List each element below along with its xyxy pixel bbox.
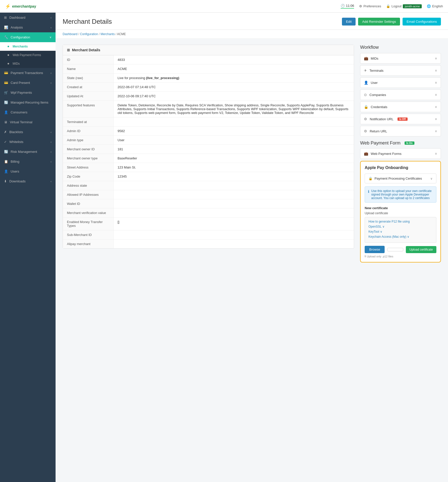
workflow-item-return-url[interactable]: ⚙ Return URL ∨ [360, 126, 441, 136]
lock-icon: 🔒 [386, 4, 390, 8]
sidebar-item-users[interactable]: 👤Users [0, 166, 56, 176]
language-link[interactable]: 🌐 English [427, 4, 443, 8]
table-row: Created at 2022-06-07 07:14:48 UTC [63, 83, 354, 92]
table-row: Merchant owner type BaseReseller [63, 154, 354, 163]
wpf-section: Web Payment Form Is On 💼 Web Payment For… [360, 140, 441, 159]
main-layout: ⊞Dashboard ‹ 📊Analysis ‹ 🔧Configuration … [0, 13, 448, 482]
sidebar-item-wpf-payments[interactable]: 🛒Wpf Payments [0, 88, 56, 98]
sidebar-item-billing[interactable]: 📋Billing ‹ [0, 157, 56, 166]
sidebar-item-dashboard[interactable]: ⊞Dashboard ‹ [0, 13, 56, 22]
logo: ⚡ emerchantpay [5, 4, 36, 9]
row-label: Merchant verification value [63, 208, 113, 218]
workflow-item-wpf[interactable]: 💼 Web Payment Forms ∨ [360, 148, 441, 159]
keychain-link[interactable]: Keychain Access (Mac only) ∨ [368, 235, 433, 238]
file-input-display [387, 248, 403, 251]
chevron-down-icon: ∨ [430, 177, 433, 180]
sidebar-item-merchants[interactable]: Merchants [0, 42, 56, 51]
sidebar-item-analysis[interactable]: 📊Analysis ‹ [0, 22, 56, 32]
workflow-item-notification-url[interactable]: ⚙ Notification URL Is Off ∨ [360, 114, 441, 124]
logout-link[interactable]: 🔒 Logout jsmith-acme [386, 4, 422, 8]
sidebar-item-payment-transactions[interactable]: 💳Payment Transactions ‹ [0, 68, 56, 78]
sidebar-item-downloads[interactable]: ⬇Downloads ‹ [0, 176, 56, 186]
apple-pay-section: Apple Pay Onboarding 🔒 Payment Processin… [360, 161, 441, 262]
sidebar-item-managed-recurring[interactable]: 🔄Managed Recurring Items [0, 98, 56, 107]
keytool-link[interactable]: KeyTool ∨ [368, 230, 433, 233]
row-label: Sub-Merchant ID [63, 230, 113, 239]
row-value [113, 239, 354, 249]
edit-button[interactable]: Edit [342, 18, 356, 26]
chevron-icon: ‹ [51, 16, 52, 19]
users-icon: 👤 [4, 170, 8, 173]
payment-processing-cert-item[interactable]: 🔒 Payment Processing Certificates ∨ [365, 174, 436, 183]
row-label: Merchant owner ID [63, 145, 113, 154]
sidebar-item-consumers[interactable]: 👤Consumers [0, 107, 56, 117]
row-value: 2022-06-07 07:14:48 UTC [113, 83, 354, 92]
row-value: 9582 [113, 127, 354, 136]
upload-note-text: Upload only .p12 files [367, 255, 393, 258]
sidebar-item-mids[interactable]: MIDs [0, 59, 56, 68]
row-label: Allowed IP Addresses [63, 190, 113, 199]
chevron-down-icon: ∨ [435, 129, 437, 133]
row-label: Address state [63, 181, 113, 190]
email-config-button[interactable]: Email Configurations [403, 18, 441, 26]
how-to-link[interactable]: How to generate P12 file using [368, 220, 433, 223]
breadcrumb-dashboard[interactable]: Dashboard [63, 32, 78, 36]
row-value [113, 117, 354, 127]
risk-icon: 🔄 [4, 150, 8, 154]
chevron-icon: ‹ [51, 150, 52, 153]
upload-label: Upload certificate [365, 211, 436, 215]
row-label: Zip Code [63, 172, 113, 181]
topbar-time: 🕐 11:06 [341, 4, 354, 9]
merchant-details-card: ⊞ Merchant Details ID 4833 Name ACME [63, 45, 354, 249]
row-value: 4833 [113, 55, 354, 64]
workflow-title: Workflow [360, 45, 441, 50]
table-row: Merchant verification value [63, 208, 354, 218]
table-row: Street Address 123 Main St. [63, 163, 354, 172]
workflow-item-mids[interactable]: 💼 MIDs ∨ [360, 53, 441, 64]
wpf-title: Web Payment Form Is On [360, 140, 441, 146]
apple-pay-title: Apple Pay Onboarding [365, 165, 436, 170]
row-label: Alipay merchant [63, 239, 113, 249]
chevron-icon: ‹ [51, 71, 52, 75]
preferences-link[interactable]: ⚙ Preferences [359, 4, 381, 8]
row-value [113, 230, 354, 239]
credentials-label: Credentials [371, 105, 387, 109]
workflow-item-terminals[interactable]: ✈ Terminals ∨ [360, 65, 441, 76]
sidebar-item-whitelists[interactable]: ✓Whitelists ‹ [0, 137, 56, 147]
workflow-item-credentials[interactable]: 🔒 Credentials ∨ [360, 102, 441, 112]
sidebar-item-card-present[interactable]: 💳Card Present ‹ [0, 78, 56, 88]
info-icon: ℹ [368, 189, 369, 200]
logout-label: Logout [391, 4, 402, 8]
language-icon: 🌐 [427, 4, 431, 8]
row-value: Delete Token, Detokenize, Reconcile by D… [113, 101, 354, 117]
chevron-icon: ‹ [51, 140, 52, 143]
right-panel: Workflow 💼 MIDs ∨ ✈ Terminals ∨ [360, 45, 441, 262]
wpf-forms-label: Web Payment Forms [371, 152, 402, 156]
sidebar-item-blacklists[interactable]: ✗Blacklists ‹ [0, 127, 56, 137]
table-row: Wallet ID [63, 199, 354, 208]
whitelists-icon: ✓ [4, 140, 7, 144]
add-reminder-button[interactable]: Add Reminder Settings [358, 18, 400, 26]
username-badge: jsmith-acme [403, 4, 422, 8]
chevron-down-icon: ∨ [435, 152, 437, 155]
sidebar-item-risk-management[interactable]: 🔄Risk Management ‹ [0, 147, 56, 157]
workflow-item-companies[interactable]: ⊙ Companies ∨ [360, 89, 441, 100]
chevron-icon: ∨ [49, 36, 52, 39]
openssl-link[interactable]: OpenSSL ∨ [368, 225, 433, 228]
breadcrumb-configuration[interactable]: Configuration [80, 32, 98, 36]
chevron-down-icon: ∨ [435, 81, 437, 84]
sidebar-item-virtual-terminal[interactable]: 🖥Virtual Terminal [0, 117, 56, 127]
breadcrumb-merchants[interactable]: Merchants [101, 32, 115, 36]
upload-cert-button[interactable]: Upload certificate [406, 246, 436, 253]
table-row: Address state [63, 181, 354, 190]
sidebar-item-configuration[interactable]: 🔧Configuration ∨ [0, 32, 56, 42]
workflow-item-user[interactable]: 👤 User ∨ [360, 77, 441, 88]
chevron-icon: ‹ [51, 180, 52, 183]
table-row: Terminated at [63, 117, 354, 127]
browse-button[interactable]: Browse [365, 246, 385, 253]
header-actions: Edit Add Reminder Settings Email Configu… [342, 18, 441, 26]
info-text: Use this option to upload your own certi… [371, 189, 433, 200]
sidebar-item-web-payment-forms[interactable]: Web Payment Forms [0, 51, 56, 59]
row-label: Updated At [63, 92, 113, 101]
logo-text: emerchantpay [12, 4, 36, 8]
